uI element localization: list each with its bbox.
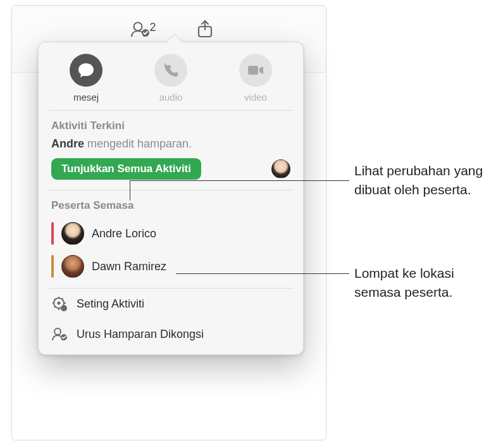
- svg-point-7: [54, 328, 61, 335]
- video-label: video: [244, 92, 267, 103]
- participant-color-bar: [51, 255, 54, 278]
- callout-changes: Lihat perubahan yang dibuat oleh peserta…: [354, 161, 500, 200]
- participant-item-dawn[interactable]: Dawn Ramirez: [39, 250, 303, 283]
- svg-point-5: [58, 302, 61, 305]
- activity-settings-label: Seting Aktiviti: [77, 297, 144, 311]
- audio-label: audio: [159, 92, 183, 103]
- show-all-row: Tunjukkan Semua Aktiviti: [39, 158, 303, 190]
- callout-leader: [130, 180, 130, 201]
- callout-leader: [176, 273, 349, 274]
- svg-point-6: [61, 305, 67, 311]
- collaborate-badge: 2: [150, 21, 156, 34]
- show-all-activity-button[interactable]: Tunjukkan Semua Aktiviti: [51, 158, 201, 180]
- manage-shared-label: Urus Hamparan Dikongsi: [77, 328, 204, 341]
- participant-name: Dawn Ramirez: [92, 260, 166, 273]
- callout-jump: Lompat ke lokasi semasa peserta.: [354, 264, 500, 302]
- participant-name: Andre Lorico: [92, 227, 156, 240]
- message-label: mesej: [73, 92, 99, 103]
- activity-settings-button[interactable]: Seting Aktiviti: [39, 289, 303, 319]
- collaborate-icon: 2: [131, 20, 150, 39]
- message-icon: [70, 54, 102, 87]
- participant-color-bar: [51, 222, 54, 245]
- communication-row: mesej audio video: [39, 42, 303, 110]
- video-button[interactable]: video: [218, 54, 294, 103]
- audio-button[interactable]: audio: [133, 54, 209, 103]
- svg-point-0: [134, 23, 142, 31]
- gear-badge-icon: [51, 296, 68, 312]
- phone-icon: [154, 54, 187, 87]
- share-icon: [196, 20, 214, 39]
- participant-item-andre[interactable]: Andre Lorico: [39, 217, 303, 250]
- collaborate-icon: [51, 326, 68, 342]
- callout-leader: [130, 180, 349, 181]
- recent-activity-title: Aktiviti Terkini: [39, 111, 303, 137]
- message-button[interactable]: mesej: [48, 54, 124, 103]
- activity-summary: Andre mengedit hamparan.: [39, 137, 303, 158]
- avatar: [61, 222, 84, 245]
- manage-shared-button[interactable]: Urus Hamparan Dikongsi: [39, 319, 303, 349]
- participants-title: Peserta Semasa: [39, 190, 303, 217]
- activity-action: mengedit hamparan.: [84, 137, 192, 150]
- activity-avatar[interactable]: [271, 159, 290, 178]
- collaboration-popover: mesej audio video Aktiviti Terkini Andre…: [38, 42, 304, 355]
- activity-actor: Andre: [51, 137, 84, 150]
- avatar: [61, 255, 84, 278]
- svg-rect-3: [248, 66, 258, 75]
- video-icon: [239, 54, 272, 87]
